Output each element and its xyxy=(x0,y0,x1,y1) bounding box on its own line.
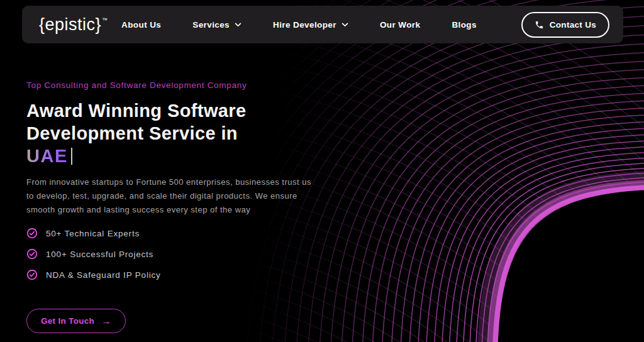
feature-label: 50+ Technical Experts xyxy=(46,229,140,238)
feature-item: 100+ Successful Projects xyxy=(26,248,391,260)
heading-location: UAE xyxy=(26,145,68,167)
logo-text: {epistic} xyxy=(39,16,101,33)
hero-tagline: Top Consulting and Software Development … xyxy=(26,80,391,91)
description-line: smooth growth and lasting success every … xyxy=(26,203,391,217)
logo-trademark: ™ xyxy=(102,17,108,23)
feature-item: 50+ Technical Experts xyxy=(26,228,391,239)
hero-heading: Award Winning Software Development Servi… xyxy=(26,99,391,167)
arrow-right-icon: → xyxy=(101,317,111,325)
nav-item-label: Services xyxy=(192,20,230,30)
nav-item-blogs[interactable]: Blogs xyxy=(452,20,477,30)
check-circle-icon xyxy=(26,228,38,239)
feature-label: NDA & Safeguard IP Policy xyxy=(46,270,161,280)
nav-item-label: Our Work xyxy=(380,20,420,30)
nav-item-label: Hire Developer xyxy=(273,20,336,30)
nav-item-label: About Us xyxy=(121,20,161,30)
hero-section: Top Consulting and Software Development … xyxy=(26,80,391,333)
logo[interactable]: {epistic} ™ xyxy=(39,16,108,33)
features-list: 50+ Technical Experts100+ Successful Pro… xyxy=(26,228,391,280)
heading-line-1: Award Winning Software xyxy=(26,99,391,122)
contact-us-label: Contact Us xyxy=(550,20,596,30)
nav-item-our-work[interactable]: Our Work xyxy=(380,20,420,30)
heading-line-2: Development Service in xyxy=(26,122,391,145)
nav-menu: About UsServicesHire DeveloperOur WorkBl… xyxy=(121,20,477,30)
chevron-down-icon xyxy=(235,23,242,27)
contact-us-button[interactable]: Contact Us xyxy=(521,12,609,38)
hero-description: From innovative startups to Fortune 500 … xyxy=(26,175,391,217)
get-in-touch-button[interactable]: Get In Touch → xyxy=(26,309,126,333)
typing-cursor xyxy=(71,148,73,165)
chevron-down-icon xyxy=(341,23,348,27)
description-line: to develop, test, upgrade, and scale the… xyxy=(26,189,391,203)
get-in-touch-label: Get In Touch xyxy=(41,316,94,326)
phone-icon xyxy=(535,20,544,30)
feature-label: 100+ Successful Projects xyxy=(46,250,153,259)
navbar: {epistic} ™ About UsServicesHire Develop… xyxy=(22,6,623,43)
check-circle-icon xyxy=(26,248,38,260)
nav-item-hire-developer[interactable]: Hire Developer xyxy=(273,20,348,30)
nav-item-label: Blogs xyxy=(452,20,477,30)
description-line: From innovative startups to Fortune 500 … xyxy=(26,175,391,189)
nav-item-about-us[interactable]: About Us xyxy=(121,20,161,30)
heading-location-row: UAE xyxy=(26,145,391,167)
check-circle-icon xyxy=(26,269,38,280)
nav-item-services[interactable]: Services xyxy=(192,20,242,30)
feature-item: NDA & Safeguard IP Policy xyxy=(26,269,391,280)
